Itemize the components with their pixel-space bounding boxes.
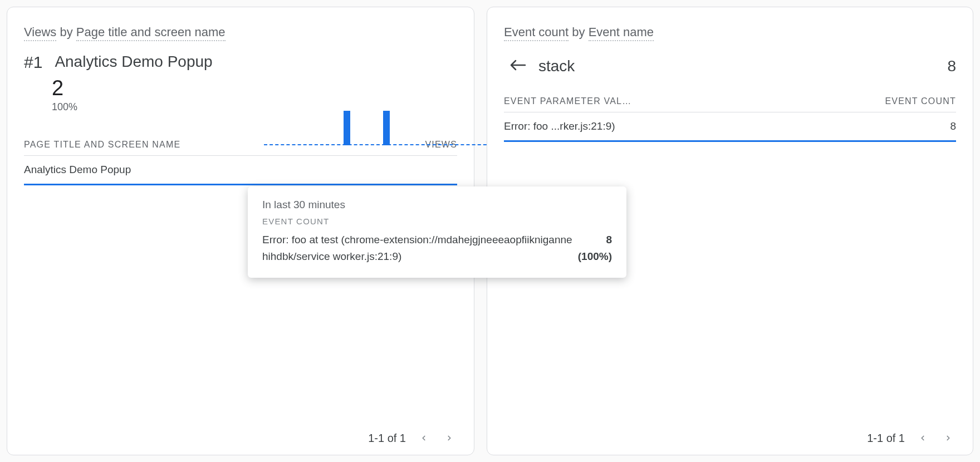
metric-value: 2 bbox=[52, 76, 457, 100]
tooltip-numbers: 8 (100%) bbox=[578, 232, 612, 266]
column-header-eventcount: EVENT COUNT bbox=[885, 96, 956, 106]
title-by: by bbox=[56, 25, 76, 39]
hover-tooltip: In last 30 minutes EVENT COUNT Error: fo… bbox=[248, 186, 626, 278]
row-label: Error: foo ...rker.js:21:9) bbox=[504, 120, 615, 132]
tooltip-timeframe: In last 30 minutes bbox=[262, 199, 612, 211]
sparkline-chart bbox=[264, 106, 498, 145]
pager-next-button[interactable] bbox=[442, 430, 457, 446]
card-title: Views by Page title and screen name bbox=[24, 25, 457, 40]
chevron-left-icon bbox=[420, 432, 428, 444]
table-header: EVENT PARAMETER VAL… EVENT COUNT bbox=[504, 91, 956, 112]
title-dimension-eventname[interactable]: Event name bbox=[589, 25, 654, 41]
tooltip-message: Error: foo at test (chrome-extension://m… bbox=[262, 232, 572, 266]
row-value: 8 bbox=[950, 120, 956, 132]
drilldown-count: 8 bbox=[947, 57, 956, 75]
rank-number: #1 bbox=[24, 53, 42, 72]
top-item-row: #1 Analytics Demo Popup bbox=[24, 53, 457, 72]
drilldown-header: stack 8 bbox=[504, 57, 956, 75]
column-header-dimension: PAGE TITLE AND SCREEN NAME bbox=[24, 140, 180, 150]
chevron-right-icon bbox=[445, 432, 453, 444]
pager-prev-button[interactable] bbox=[416, 430, 432, 446]
back-button[interactable] bbox=[504, 58, 526, 74]
pager: 1-1 of 1 bbox=[504, 420, 956, 446]
title-by: by bbox=[569, 25, 588, 39]
views-by-page-card: Views by Page title and screen name #1 A… bbox=[7, 7, 474, 455]
title-dimension[interactable]: Page title and screen name bbox=[76, 25, 226, 41]
sparkline-bar bbox=[383, 111, 390, 145]
sparkline-baseline bbox=[264, 144, 498, 145]
table-row[interactable]: Error: foo ...rker.js:21:9) 8 bbox=[504, 112, 956, 142]
tooltip-metric-label: EVENT COUNT bbox=[262, 217, 612, 226]
table-row[interactable]: Analytics Demo Popup bbox=[24, 156, 457, 185]
rank-name: Analytics Demo Popup bbox=[55, 53, 212, 71]
title-metric-views[interactable]: Views bbox=[24, 25, 56, 41]
sparkline-bar bbox=[344, 111, 350, 145]
drilldown-title: stack bbox=[536, 57, 937, 75]
pager-range: 1-1 of 1 bbox=[867, 432, 905, 445]
chevron-right-icon bbox=[944, 432, 952, 444]
tooltip-count: 8 bbox=[578, 232, 612, 248]
tooltip-percent: (100%) bbox=[578, 248, 612, 265]
pager-next-button[interactable] bbox=[940, 430, 956, 446]
pager: 1-1 of 1 bbox=[24, 420, 457, 446]
card-title: Event count by Event name bbox=[504, 25, 956, 40]
chevron-left-icon bbox=[919, 432, 927, 444]
row-label: Analytics Demo Popup bbox=[24, 164, 131, 176]
column-header-param: EVENT PARAMETER VAL… bbox=[504, 96, 631, 106]
pager-prev-button[interactable] bbox=[915, 430, 930, 446]
title-metric-eventcount[interactable]: Event count bbox=[504, 25, 569, 41]
pager-range: 1-1 of 1 bbox=[368, 432, 406, 445]
arrow-left-icon bbox=[509, 59, 526, 71]
